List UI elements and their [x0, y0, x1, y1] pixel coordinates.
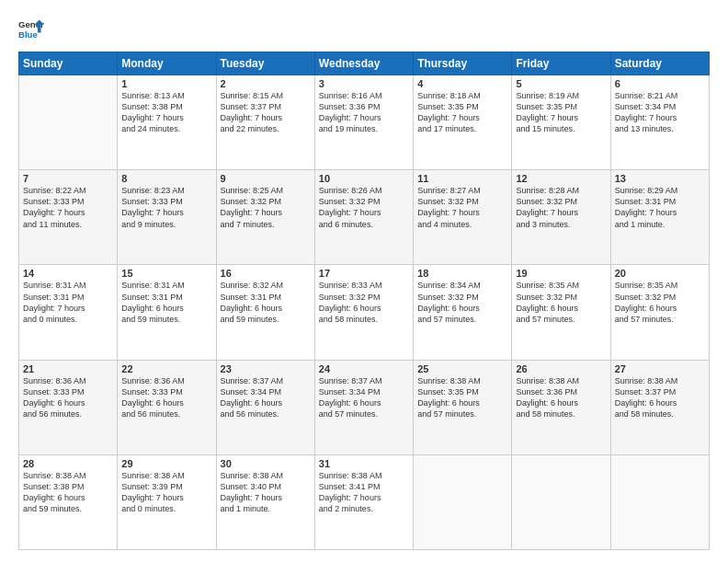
day-number: 27 [615, 363, 705, 374]
day-number: 25 [417, 363, 507, 374]
cell-info: Sunrise: 8:36 AMSunset: 3:33 PMDaylight:… [121, 375, 211, 420]
calendar-cell: 23Sunrise: 8:37 AMSunset: 3:34 PMDayligh… [216, 360, 314, 454]
week-row-1: 1Sunrise: 8:13 AMSunset: 3:38 PMDaylight… [19, 75, 710, 170]
cell-info: Sunrise: 8:38 AMSunset: 3:38 PMDaylight:… [23, 470, 113, 515]
calendar-cell: 6Sunrise: 8:21 AMSunset: 3:34 PMDaylight… [610, 75, 709, 170]
day-number: 29 [121, 458, 211, 469]
day-number: 22 [121, 363, 211, 374]
cell-info: Sunrise: 8:31 AMSunset: 3:31 PMDaylight:… [121, 280, 211, 325]
calendar-cell: 8Sunrise: 8:23 AMSunset: 3:33 PMDaylight… [118, 170, 216, 265]
cell-info: Sunrise: 8:32 AMSunset: 3:31 PMDaylight:… [221, 280, 311, 325]
logo-icon: General Blue [18, 17, 44, 42]
calendar-cell: 15Sunrise: 8:31 AMSunset: 3:31 PMDayligh… [118, 265, 216, 360]
logo: General Blue [18, 17, 44, 42]
cell-info: Sunrise: 8:22 AMSunset: 3:33 PMDaylight:… [23, 185, 113, 230]
calendar-cell: 12Sunrise: 8:28 AMSunset: 3:32 PMDayligh… [512, 170, 610, 265]
header: General Blue [18, 17, 710, 42]
cell-info: Sunrise: 8:38 AMSunset: 3:36 PMDaylight:… [516, 375, 606, 420]
day-number: 8 [121, 173, 211, 184]
calendar-cell: 3Sunrise: 8:16 AMSunset: 3:36 PMDaylight… [314, 75, 413, 170]
day-number: 20 [615, 268, 705, 279]
calendar-cell [610, 454, 709, 549]
calendar-cell: 2Sunrise: 8:15 AMSunset: 3:37 PMDaylight… [216, 75, 314, 170]
calendar-cell: 28Sunrise: 8:38 AMSunset: 3:38 PMDayligh… [19, 454, 118, 549]
day-header-thursday: Thursday [414, 52, 512, 75]
cell-info: Sunrise: 8:36 AMSunset: 3:33 PMDaylight:… [23, 375, 113, 420]
day-number: 15 [121, 268, 211, 279]
day-number: 4 [417, 78, 507, 89]
day-number: 7 [23, 173, 113, 184]
day-number: 13 [615, 173, 705, 184]
calendar-cell [512, 454, 610, 549]
calendar-cell: 30Sunrise: 8:38 AMSunset: 3:40 PMDayligh… [216, 454, 314, 549]
day-number: 6 [615, 78, 705, 89]
day-number: 11 [417, 173, 507, 184]
day-header-wednesday: Wednesday [314, 52, 413, 75]
svg-text:Blue: Blue [18, 29, 38, 40]
cell-info: Sunrise: 8:38 AMSunset: 3:41 PMDaylight:… [319, 470, 409, 515]
cell-info: Sunrise: 8:33 AMSunset: 3:32 PMDaylight:… [319, 280, 409, 325]
day-number: 30 [221, 458, 311, 469]
page: General Blue SundayMondayTuesdayWednesda… [0, 0, 728, 563]
calendar-cell [19, 75, 118, 170]
calendar-cell: 10Sunrise: 8:26 AMSunset: 3:32 PMDayligh… [314, 170, 413, 265]
day-number: 12 [516, 173, 606, 184]
day-number: 31 [319, 458, 409, 469]
calendar-cell: 27Sunrise: 8:38 AMSunset: 3:37 PMDayligh… [610, 360, 709, 454]
day-number: 28 [23, 458, 113, 469]
day-number: 26 [516, 363, 606, 374]
day-number: 21 [23, 363, 113, 374]
day-number: 16 [221, 268, 311, 279]
day-number: 19 [516, 268, 606, 279]
cell-info: Sunrise: 8:26 AMSunset: 3:32 PMDaylight:… [319, 185, 409, 230]
cell-info: Sunrise: 8:38 AMSunset: 3:40 PMDaylight:… [221, 470, 311, 515]
cell-info: Sunrise: 8:34 AMSunset: 3:32 PMDaylight:… [417, 280, 507, 325]
cell-info: Sunrise: 8:19 AMSunset: 3:35 PMDaylight:… [516, 90, 606, 135]
week-row-4: 21Sunrise: 8:36 AMSunset: 3:33 PMDayligh… [19, 360, 710, 454]
day-number: 17 [319, 268, 409, 279]
cell-info: Sunrise: 8:21 AMSunset: 3:34 PMDaylight:… [615, 90, 705, 135]
calendar-cell: 5Sunrise: 8:19 AMSunset: 3:35 PMDaylight… [512, 75, 610, 170]
cell-info: Sunrise: 8:18 AMSunset: 3:35 PMDaylight:… [417, 90, 507, 135]
calendar-cell: 9Sunrise: 8:25 AMSunset: 3:32 PMDaylight… [216, 170, 314, 265]
cell-info: Sunrise: 8:16 AMSunset: 3:36 PMDaylight:… [319, 90, 409, 135]
cell-info: Sunrise: 8:31 AMSunset: 3:31 PMDaylight:… [23, 280, 113, 325]
day-number: 5 [516, 78, 606, 89]
calendar-cell: 26Sunrise: 8:38 AMSunset: 3:36 PMDayligh… [512, 360, 610, 454]
cell-info: Sunrise: 8:13 AMSunset: 3:38 PMDaylight:… [121, 90, 211, 135]
calendar-cell: 1Sunrise: 8:13 AMSunset: 3:38 PMDaylight… [118, 75, 216, 170]
header-row: SundayMondayTuesdayWednesdayThursdayFrid… [19, 52, 710, 75]
calendar-cell: 11Sunrise: 8:27 AMSunset: 3:32 PMDayligh… [414, 170, 512, 265]
week-row-5: 28Sunrise: 8:38 AMSunset: 3:38 PMDayligh… [19, 454, 710, 549]
day-number: 9 [221, 173, 311, 184]
week-row-3: 14Sunrise: 8:31 AMSunset: 3:31 PMDayligh… [19, 265, 710, 360]
calendar-cell: 18Sunrise: 8:34 AMSunset: 3:32 PMDayligh… [414, 265, 512, 360]
day-header-monday: Monday [118, 52, 216, 75]
day-number: 24 [319, 363, 409, 374]
calendar-cell: 7Sunrise: 8:22 AMSunset: 3:33 PMDaylight… [19, 170, 118, 265]
day-number: 23 [221, 363, 311, 374]
cell-info: Sunrise: 8:15 AMSunset: 3:37 PMDaylight:… [221, 90, 311, 135]
day-header-saturday: Saturday [610, 52, 709, 75]
calendar-cell [414, 454, 512, 549]
cell-info: Sunrise: 8:35 AMSunset: 3:32 PMDaylight:… [516, 280, 606, 325]
calendar-cell: 20Sunrise: 8:35 AMSunset: 3:32 PMDayligh… [610, 265, 709, 360]
day-number: 14 [23, 268, 113, 279]
calendar-cell: 19Sunrise: 8:35 AMSunset: 3:32 PMDayligh… [512, 265, 610, 360]
day-number: 18 [417, 268, 507, 279]
calendar-cell: 24Sunrise: 8:37 AMSunset: 3:34 PMDayligh… [314, 360, 413, 454]
calendar-cell: 21Sunrise: 8:36 AMSunset: 3:33 PMDayligh… [19, 360, 118, 454]
cell-info: Sunrise: 8:38 AMSunset: 3:37 PMDaylight:… [615, 375, 705, 420]
calendar-cell: 22Sunrise: 8:36 AMSunset: 3:33 PMDayligh… [118, 360, 216, 454]
calendar-table: SundayMondayTuesdayWednesdayThursdayFrid… [18, 52, 710, 550]
day-number: 2 [221, 78, 311, 89]
cell-info: Sunrise: 8:38 AMSunset: 3:39 PMDaylight:… [121, 470, 211, 515]
cell-info: Sunrise: 8:37 AMSunset: 3:34 PMDaylight:… [319, 375, 409, 420]
cell-info: Sunrise: 8:37 AMSunset: 3:34 PMDaylight:… [221, 375, 311, 420]
day-header-friday: Friday [512, 52, 610, 75]
cell-info: Sunrise: 8:38 AMSunset: 3:35 PMDaylight:… [417, 375, 507, 420]
calendar-cell: 29Sunrise: 8:38 AMSunset: 3:39 PMDayligh… [118, 454, 216, 549]
cell-info: Sunrise: 8:23 AMSunset: 3:33 PMDaylight:… [121, 185, 211, 230]
day-number: 10 [319, 173, 409, 184]
day-header-tuesday: Tuesday [216, 52, 314, 75]
